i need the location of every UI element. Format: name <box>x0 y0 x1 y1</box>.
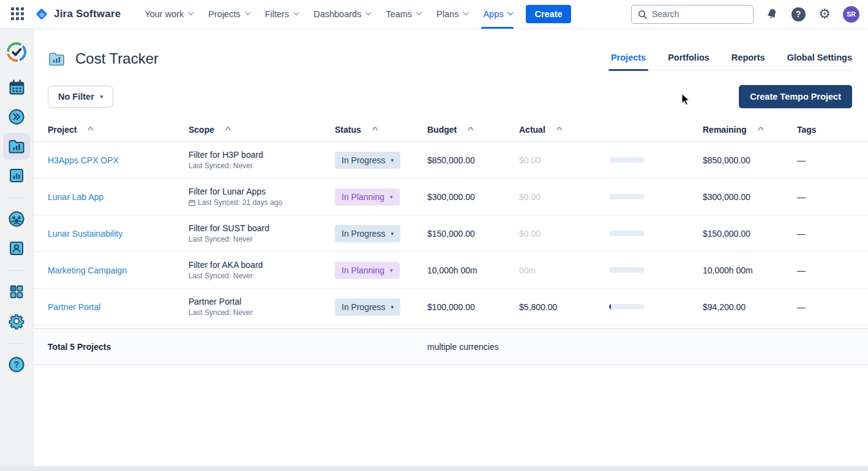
filter-dropdown[interactable]: No Filter ▾ <box>48 86 113 108</box>
nav-projects[interactable]: Projects <box>200 0 256 29</box>
scope-name: Filter for H3P board <box>189 150 335 160</box>
apps-grid-icon[interactable] <box>3 278 30 305</box>
column-header-actual[interactable]: Actual^ <box>519 125 609 135</box>
scope-name: Filter for SUST board <box>189 223 335 233</box>
sidebar-item-cost-tracker[interactable] <box>3 133 30 160</box>
budget-value: $300,000.00 <box>427 192 519 202</box>
project-link[interactable]: Lunar Lab App <box>48 192 103 202</box>
table-header: Project^ Scope^ Status^ Budget^ Actual^ … <box>34 117 868 142</box>
create-button[interactable]: Create <box>526 5 571 23</box>
tab-projects[interactable]: Projects <box>611 53 646 62</box>
chevron-down-icon: ▾ <box>390 267 393 273</box>
progress-bar <box>609 267 645 273</box>
status-dropdown[interactable]: In Planning▾ <box>335 188 400 206</box>
column-header-budget[interactable]: Budget^ <box>427 125 519 135</box>
scope-name: Filter for AKA board <box>189 260 335 270</box>
cost-tracker-folder-icon <box>8 139 25 154</box>
sidebar-settings-gear-icon[interactable] <box>3 308 30 335</box>
scope-name: Filter for Lunar Apps <box>189 187 335 196</box>
table-row: Lunar Lab App Filter for Lunar Apps Last… <box>34 179 868 215</box>
accounts-person-icon[interactable] <box>3 235 30 262</box>
status-dropdown[interactable]: In Planning▾ <box>335 262 400 279</box>
table-footer: Total 5 Projects multiple currencies <box>34 328 868 365</box>
nav-teams[interactable]: Teams <box>378 0 428 29</box>
sort-caret-icon: ^ <box>88 125 94 134</box>
column-header-remaining[interactable]: Remaining^ <box>703 125 797 135</box>
calendar-icon[interactable] <box>3 74 30 101</box>
project-link[interactable]: Partner Portal <box>48 302 100 312</box>
chevron-down-icon <box>416 9 422 15</box>
user-avatar[interactable]: SR <box>843 6 859 23</box>
page-title: Cost Tracker <box>75 50 159 67</box>
sort-caret-icon: ^ <box>372 125 378 134</box>
budget-value: 10,000h 00m <box>427 265 519 275</box>
nav-plans[interactable]: Plans <box>428 0 475 29</box>
nav-filters[interactable]: Filters <box>257 0 305 29</box>
tempo-logo-icon[interactable] <box>3 39 30 65</box>
tab-global-settings[interactable]: Global Settings <box>787 53 852 62</box>
sidebar-divider <box>7 270 26 271</box>
tags-value: — <box>797 302 868 312</box>
tags-value: — <box>797 229 868 239</box>
help-icon[interactable]: ? <box>790 6 806 22</box>
tab-portfolios[interactable]: Portfolios <box>668 53 709 62</box>
column-header-scope[interactable]: Scope^ <box>189 125 335 135</box>
sort-caret-icon: ^ <box>468 125 474 134</box>
settings-gear-icon[interactable]: ⚙ <box>817 6 832 22</box>
horizontal-scrollbar[interactable] <box>0 466 868 471</box>
brand-name: Jira Software <box>54 8 121 20</box>
toolbar: No Filter ▾ Create Tempo Project <box>34 74 868 108</box>
jira-logo[interactable]: Jira Software <box>34 7 121 21</box>
tempo-sidebar: ? <box>0 29 34 471</box>
progress-bar <box>609 194 645 199</box>
table-row: Marketing Campaign Filter for AKA board … <box>34 252 868 289</box>
column-header-status[interactable]: Status^ <box>335 125 427 135</box>
page-tabs: Projects Portfolios Reports Global Setti… <box>611 53 852 71</box>
nav-dashboards[interactable]: Dashboards <box>305 0 378 29</box>
status-dropdown[interactable]: In Progress▾ <box>335 225 400 242</box>
budget-total-note: multiple currencies <box>427 342 519 352</box>
remaining-value: $150,000.00 <box>703 229 797 239</box>
reports-chart-icon[interactable] <box>3 162 30 189</box>
project-link[interactable]: Marketing Campaign <box>48 265 127 275</box>
app-switcher-icon[interactable] <box>10 6 26 22</box>
search-icon <box>638 10 647 19</box>
page-header: Cost Tracker Projects Portfolios Reports… <box>34 29 868 74</box>
create-tempo-project-button[interactable]: Create Tempo Project <box>739 85 852 108</box>
chevron-down-icon: ▾ <box>391 157 394 163</box>
progress-bar <box>609 231 645 236</box>
quick-launch-icon[interactable] <box>3 103 30 130</box>
chevron-down-icon <box>365 9 372 15</box>
search-box[interactable] <box>631 5 754 24</box>
sort-caret-icon: ^ <box>757 125 763 134</box>
table-row: H3Apps CPX OPX Filter for H3P board Last… <box>34 142 868 179</box>
chevron-down-icon: ▾ <box>391 231 394 237</box>
chevron-down-icon <box>293 9 299 15</box>
project-link[interactable]: Lunar Sustainability <box>48 229 122 239</box>
sidebar-help-icon[interactable]: ? <box>3 351 30 378</box>
topnav-right: ? ⚙ SR <box>631 5 859 24</box>
actual-value: $0.00 <box>519 155 609 165</box>
notifications-bell-icon[interactable] <box>764 6 780 22</box>
chevron-down-icon <box>245 9 251 15</box>
chevron-down-icon <box>188 9 194 15</box>
status-dropdown[interactable]: In Progress▾ <box>335 152 400 169</box>
project-link[interactable]: H3Apps CPX OPX <box>48 155 119 165</box>
actual-value: 00m <box>519 265 609 275</box>
column-header-project[interactable]: Project^ <box>48 125 189 135</box>
actual-value: $0.00 <box>519 229 609 239</box>
tab-reports[interactable]: Reports <box>731 53 765 62</box>
chevron-down-icon <box>463 9 469 15</box>
nav-your-work[interactable]: Your work <box>137 0 200 29</box>
actual-value: $5,800.00 <box>519 302 609 312</box>
teams-globe-icon[interactable] <box>3 206 30 232</box>
column-header-tags: Tags <box>797 125 868 135</box>
nav-apps[interactable]: Apps <box>475 0 520 29</box>
remaining-value: $300,000.00 <box>703 192 797 202</box>
sidebar-divider <box>7 198 26 198</box>
status-dropdown[interactable]: In Progress▾ <box>335 299 400 316</box>
search-input[interactable] <box>652 9 744 19</box>
progress-bar <box>609 157 645 163</box>
tags-value: — <box>797 192 868 202</box>
remaining-value: $94,200.00 <box>703 302 797 312</box>
